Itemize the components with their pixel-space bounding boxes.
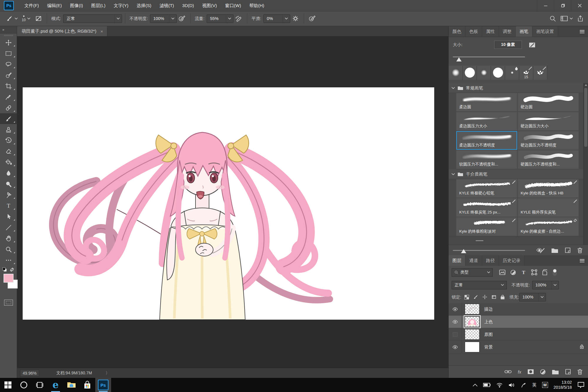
- layer-thumbnail[interactable]: [465, 316, 480, 327]
- edge-button[interactable]: e: [48, 378, 64, 392]
- toolbar-grip[interactable]: [0, 34, 17, 37]
- tool-preset-picker[interactable]: [4, 14, 15, 24]
- opacity-select[interactable]: 100%: [150, 14, 177, 23]
- filter-shape-layers-icon[interactable]: [531, 269, 537, 275]
- airbrush-button[interactable]: [233, 14, 244, 24]
- tool-move[interactable]: [0, 37, 17, 48]
- trash-icon[interactable]: [577, 247, 583, 253]
- canvas-area[interactable]: 49.96% 文档:94.9M/180.7M 〉: [17, 36, 448, 378]
- layer-opacity-select[interactable]: 100%: [532, 281, 559, 289]
- recent-brush-tiny-dot[interactable]: [505, 66, 519, 80]
- toggle-brush-settings-button[interactable]: [33, 14, 44, 24]
- tab-properties[interactable]: 属性: [482, 26, 499, 37]
- brush-preset[interactable]: Kyle 的橡皮擦 - 自然边...: [518, 217, 579, 236]
- tool-dodge[interactable]: [0, 179, 17, 189]
- tool-crop[interactable]: [0, 81, 17, 91]
- brush-preset[interactable]: 硬边圆: [518, 93, 579, 111]
- share-icon[interactable]: [577, 15, 584, 22]
- new-layer-icon[interactable]: [565, 369, 571, 375]
- smoothing-select[interactable]: 0%: [263, 14, 290, 23]
- menu-help[interactable]: 帮助(H): [245, 0, 268, 11]
- tool-lasso[interactable]: [0, 59, 17, 70]
- close-tab-icon[interactable]: ×: [101, 29, 103, 34]
- battery-icon[interactable]: [483, 383, 491, 387]
- recent-brush-soft-round[interactable]: [449, 66, 463, 80]
- visibility-toggle-off[interactable]: [449, 328, 462, 341]
- menu-select[interactable]: 选择(S): [133, 0, 156, 11]
- tool-shape-line[interactable]: [0, 222, 17, 233]
- recent-brush-scatter[interactable]: [533, 66, 547, 80]
- wifi-icon[interactable]: [496, 383, 503, 388]
- swap-colors-icon[interactable]: [9, 267, 15, 272]
- layers-panel-menu-button[interactable]: [580, 255, 588, 266]
- workspace-switcher[interactable]: [560, 15, 573, 22]
- tab-layers[interactable]: 图层: [449, 255, 465, 266]
- recent-brush-hard-round[interactable]: [463, 66, 477, 80]
- brush-preset-selected[interactable]: 柔边圆压力不透明度: [456, 131, 517, 150]
- brush-size-slider[interactable]: [453, 56, 525, 57]
- search-icon[interactable]: [549, 15, 556, 22]
- layer-style-fx-button[interactable]: fx: [518, 369, 521, 374]
- recent-brush-soft-round-small[interactable]: [477, 66, 491, 80]
- visibility-toggle[interactable]: [449, 303, 462, 315]
- lock-all-icon[interactable]: [500, 294, 505, 300]
- cortana-button[interactable]: [16, 378, 32, 392]
- layer-row-coloring-selected[interactable]: 上色: [449, 316, 588, 328]
- new-brush-icon[interactable]: [565, 247, 571, 253]
- visibility-toggle[interactable]: [449, 316, 462, 328]
- brush-size-preview[interactable]: 10: [21, 15, 26, 22]
- brush-size-slider-thumb[interactable]: [456, 57, 462, 61]
- brush-angle-slider-thumb[interactable]: [461, 249, 466, 253]
- brush-preset[interactable]: Kyle 的终极粉彩派对: [456, 217, 517, 236]
- create-brush-from-settings-icon[interactable]: [528, 41, 536, 48]
- layer-thumbnail[interactable]: [465, 342, 480, 352]
- brush-preset[interactable]: Kyle 的绘画盒 - 快乐 HB: [518, 179, 579, 198]
- tool-brush[interactable]: [0, 113, 17, 124]
- scrollbar-thumb[interactable]: [584, 88, 587, 147]
- lock-pixels-brush-icon[interactable]: [473, 294, 478, 300]
- menu-view[interactable]: 视图(V): [198, 0, 221, 11]
- new-adjustment-layer-icon[interactable]: [540, 369, 546, 375]
- lock-position-move-icon[interactable]: [482, 294, 487, 300]
- tool-zoom[interactable]: [0, 244, 17, 255]
- filter-adjustment-layers-icon[interactable]: [510, 270, 516, 275]
- layer-thumbnail[interactable]: [465, 304, 480, 314]
- menu-type[interactable]: 文字(Y): [110, 0, 133, 11]
- filter-type-layers-icon[interactable]: T: [521, 270, 526, 275]
- tool-quick-selection[interactable]: [0, 70, 17, 81]
- tab-swatches[interactable]: 色板: [465, 26, 482, 37]
- tab-colors[interactable]: 颜色: [449, 26, 465, 37]
- new-group-icon[interactable]: [552, 369, 559, 375]
- visibility-toggle[interactable]: [449, 341, 462, 353]
- brush-preset[interactable]: 硬圆压力不透明度和...: [518, 150, 579, 169]
- tool-path-selection[interactable]: [0, 211, 17, 222]
- brush-preset[interactable]: 硬边圆压力大小: [518, 112, 579, 131]
- tool-rectangular-marquee[interactable]: [0, 48, 17, 59]
- tray-expand-chevron-icon[interactable]: [473, 383, 477, 386]
- add-layer-mask-icon[interactable]: [527, 369, 534, 374]
- tool-pen[interactable]: [0, 189, 17, 200]
- tool-blur[interactable]: [0, 168, 17, 179]
- menu-layer[interactable]: 图层(L): [87, 0, 109, 11]
- input-language-indicator[interactable]: 英: [532, 382, 537, 388]
- lock-transparency-icon[interactable]: [464, 295, 469, 300]
- pressure-size-button[interactable]: [307, 14, 318, 24]
- document-tab[interactable]: 萌田薰子.psd @ 50% (上色, RGB/32*) ×: [17, 26, 107, 36]
- chevron-down-icon[interactable]: [15, 18, 18, 19]
- minimize-button[interactable]: [537, 0, 554, 11]
- menu-window[interactable]: 窗口(W): [221, 0, 245, 11]
- tool-type[interactable]: T: [0, 200, 17, 211]
- brush-preset-list[interactable]: 常规画笔 柔边圆 硬边圆 柔边圆压力大小: [449, 83, 588, 245]
- menu-image[interactable]: 图像(I): [66, 0, 87, 11]
- tool-more-ellipsis[interactable]: [0, 255, 17, 266]
- tab-brush-settings[interactable]: 画笔设置: [532, 26, 558, 37]
- recent-brush-scatter-15[interactable]: 15: [519, 66, 533, 80]
- store-button[interactable]: [79, 378, 95, 392]
- close-button[interactable]: [571, 0, 588, 11]
- default-colors-icon[interactable]: [2, 267, 7, 272]
- pressure-opacity-button[interactable]: [177, 14, 187, 24]
- artboard[interactable]: [23, 87, 434, 320]
- brush-preset[interactable]: KYLE 终极炭笔 25 px...: [456, 198, 517, 217]
- layer-blend-mode-select[interactable]: 正常: [452, 281, 507, 289]
- menu-edit[interactable]: 编辑(E): [43, 0, 66, 11]
